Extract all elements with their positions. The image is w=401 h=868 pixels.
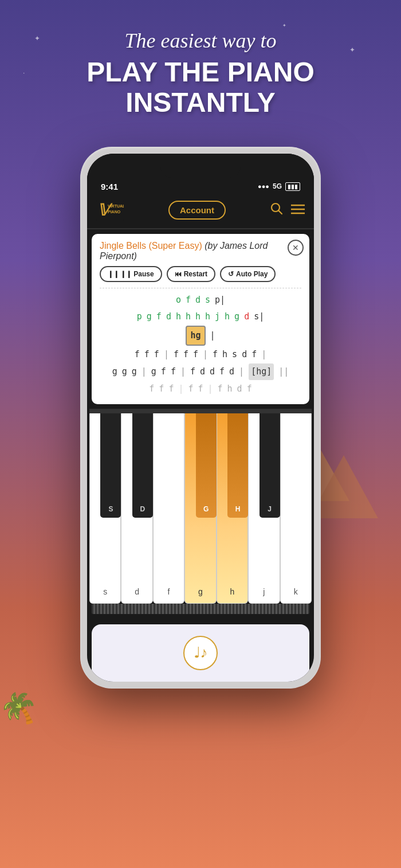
white-key-k[interactable]: k [280, 413, 312, 604]
key-lower-label: g [198, 587, 203, 596]
note: f [174, 347, 179, 362]
note: d [210, 364, 215, 380]
note: f [159, 381, 164, 397]
restart-button[interactable]: ⏮ Restart [167, 266, 215, 282]
white-key-d[interactable]: d [121, 413, 152, 604]
note: f [156, 309, 162, 324]
note: g [234, 309, 239, 324]
song-sheet: Jingle Bells (Super Easy) (by James Lord… [92, 234, 309, 404]
note: h [176, 309, 181, 324]
autoplay-button[interactable]: ↺ Auto Play [220, 266, 276, 282]
status-time: 9:41 [101, 182, 118, 191]
note-highlight: hg [186, 326, 205, 346]
music-note-button[interactable]: ♩♪ [183, 636, 218, 670]
restart-icon: ⏮ [175, 270, 182, 278]
note: | [210, 328, 215, 343]
note: s [232, 347, 237, 362]
white-key-j[interactable]: j [248, 413, 280, 604]
notch [160, 162, 241, 178]
note: g [112, 364, 117, 380]
piano-bottom-bar [92, 604, 309, 614]
note: h [186, 309, 191, 324]
note: | [180, 364, 186, 380]
key-lower-label: s [103, 587, 107, 596]
note-row-2: p g f d h h h h j h g d s| [100, 308, 301, 325]
pause-icon: ❙❙ [108, 270, 119, 278]
status-bar: 9:41 ●●● 5G ▮▮▮ [87, 175, 314, 195]
note: d [229, 364, 234, 380]
note: d [195, 292, 200, 308]
svg-text:VIRTUAL: VIRTUAL [108, 204, 124, 208]
account-button[interactable]: Account [168, 201, 226, 220]
phone-outer-frame: 9:41 ●●● 5G ▮▮▮ 𝕍 VIRTUAL PIAN [80, 147, 321, 689]
song-title-main: Jingle Bells (Super Easy) [100, 241, 202, 251]
note: p [137, 309, 142, 324]
note: | [164, 347, 169, 362]
song-title: Jingle Bells (Super Easy) (by James Lord… [100, 241, 301, 261]
phone-screen: 9:41 ●●● 5G ▮▮▮ 𝕍 VIRTUAL PIAN [87, 154, 314, 682]
note: f [188, 381, 193, 397]
key-lower-label: h [230, 587, 235, 596]
white-key-g[interactable]: G g [184, 413, 216, 604]
key-lower-label: j [263, 587, 265, 596]
note: f [186, 292, 191, 308]
pause-button[interactable]: ❙❙ ❙❙ Pause [100, 266, 162, 282]
note: | [239, 364, 244, 380]
note-row-1: o f d s p| [100, 292, 301, 308]
white-key-h[interactable]: H h [217, 413, 248, 604]
note: f [144, 347, 150, 362]
note: s| [254, 309, 264, 324]
key-lower-label: k [294, 587, 298, 596]
note: f [171, 364, 176, 380]
note: f [198, 381, 203, 397]
note: h [205, 309, 210, 324]
tagline-bold: PLAY THE PIANO INSTANTLY [0, 57, 401, 118]
note: f [193, 347, 198, 362]
note: d [244, 309, 249, 324]
status-icons: ●●● 5G ▮▮▮ [258, 182, 300, 191]
note: | [141, 364, 147, 380]
white-key-f[interactable]: f [153, 413, 184, 604]
note: d [237, 381, 242, 397]
tagline-italic: The easiest way to [0, 29, 401, 53]
note: || [278, 364, 289, 380]
menu-icon[interactable] [291, 203, 305, 218]
note: h [195, 309, 200, 324]
network-type: 5G [273, 182, 282, 190]
note: | [261, 347, 266, 362]
close-button[interactable]: ✕ [288, 240, 304, 256]
note: f [183, 347, 188, 362]
piano-section: s d f G g H h [87, 409, 314, 619]
note-row-5: g g g | g f f | f d d f d | [hg] [100, 363, 301, 381]
hero-header: The easiest way to PLAY THE PIANO INSTAN… [0, 0, 401, 135]
sheet-music: o f d s p| p g f d h h h [100, 288, 301, 397]
signal-icon: ●●● [258, 183, 269, 190]
note: f [161, 364, 166, 380]
svg-line-5 [278, 210, 282, 214]
note: | [208, 381, 213, 397]
bottom-section: ♩♪ [92, 624, 309, 682]
key-lower-label: d [135, 587, 139, 596]
autoplay-icon: ↺ [228, 270, 234, 278]
piano-keyboard[interactable]: s d f G g H h [89, 409, 312, 604]
key-upper-label: H [229, 421, 235, 431]
note: f [251, 347, 257, 362]
white-key-s[interactable]: s [89, 413, 121, 604]
control-buttons: ❙❙ ❙❙ Pause ⏮ Restart ↺ Auto Play [100, 266, 301, 282]
search-icon[interactable] [270, 202, 283, 218]
note: f [190, 364, 195, 380]
note: h [222, 347, 227, 362]
app-header: 𝕍 VIRTUAL PIANO Account [87, 195, 314, 229]
note: p| [215, 292, 225, 308]
note: f [149, 381, 154, 397]
note: j [215, 309, 220, 324]
note: d [242, 347, 247, 362]
note: h [227, 381, 233, 397]
status-bar-area: 9:41 ●●● 5G ▮▮▮ [87, 154, 314, 195]
note-row-3: hg | [100, 325, 301, 346]
note: g [122, 364, 127, 380]
note: f [168, 381, 174, 397]
note: o [176, 292, 181, 308]
battery-icon: ▮▮▮ [285, 182, 300, 191]
app-logo: 𝕍 VIRTUAL PIANO [96, 200, 124, 221]
